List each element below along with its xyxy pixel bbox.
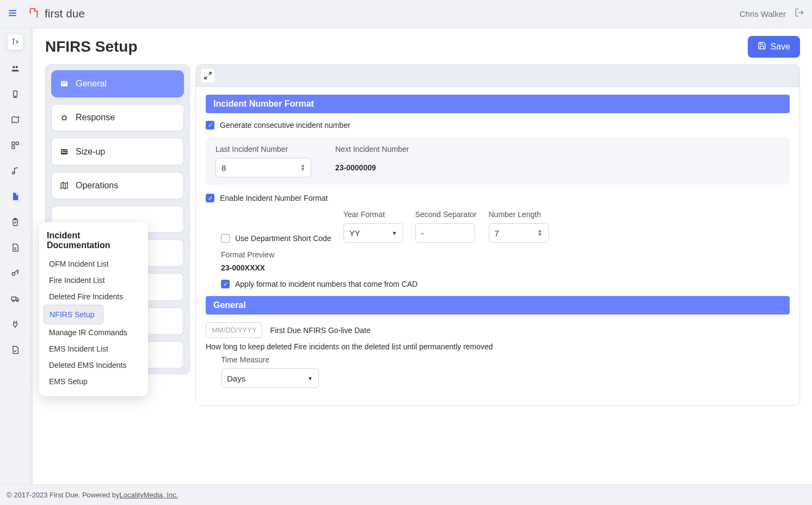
checkbox-gen-consecutive[interactable]: ✓ xyxy=(206,121,214,130)
rail-item-document-active[interactable] xyxy=(11,192,20,204)
input-last-incident[interactable]: 8 ▲▼ xyxy=(216,158,311,177)
section-general: General xyxy=(206,296,790,315)
chevron-down-icon: ▼ xyxy=(392,230,397,236)
svg-rect-26 xyxy=(61,150,63,151)
svg-point-24 xyxy=(63,116,66,120)
svg-point-19 xyxy=(13,300,14,302)
format-grid: ✓ Use Department Short Code Year Format … xyxy=(221,210,790,243)
layout-icon xyxy=(59,147,69,156)
rail-item-clipboard[interactable] xyxy=(11,218,20,229)
svg-rect-9 xyxy=(12,142,15,145)
value-year-format: YY xyxy=(349,229,360,238)
svg-rect-10 xyxy=(16,142,19,145)
label-enable-format: Enable Incident Number Format xyxy=(220,194,328,202)
checkbox-use-dept-short[interactable]: ✓ xyxy=(221,234,230,243)
value-last-incident: 8 xyxy=(222,163,226,173)
section-nav-operations[interactable]: Operations xyxy=(51,172,184,199)
flyout-item-ems-setup[interactable]: EMS Setup xyxy=(44,373,144,390)
svg-rect-23 xyxy=(64,82,66,83)
side-rail xyxy=(0,28,30,484)
topbar: first due Chris Walker xyxy=(0,0,812,28)
footer-copyright: © 2017-2023 First Due. Powered by xyxy=(7,491,120,499)
save-button[interactable]: Save xyxy=(748,36,800,58)
rail-item-users[interactable] xyxy=(11,64,20,76)
flyout-menu: Incident Documentation OFM Incident List… xyxy=(39,222,148,396)
input-go-live-date[interactable]: MM/DD/YYYY xyxy=(206,322,262,338)
label-number-length: Number Length xyxy=(489,210,549,219)
svg-point-17 xyxy=(12,273,15,275)
rail-item-filetext[interactable] xyxy=(11,243,20,255)
chevron-down-icon: ▼ xyxy=(307,375,313,381)
rail-item-apps[interactable] xyxy=(11,141,20,152)
svg-rect-25 xyxy=(61,149,67,154)
flyout-item-nfirs-setup[interactable]: NFIRS Setup xyxy=(44,305,103,324)
checkbox-enable-format[interactable]: ✓ xyxy=(206,194,214,202)
svg-rect-28 xyxy=(61,152,66,152)
rail-item-key[interactable] xyxy=(11,269,20,280)
label-next-incident: Next Incident Number xyxy=(335,145,409,153)
stepper-icon[interactable]: ▲▼ xyxy=(538,229,543,237)
section-nav-response[interactable]: Response xyxy=(51,104,184,131)
rail-item-filecheck[interactable] xyxy=(11,346,20,357)
svg-rect-18 xyxy=(11,297,16,300)
label-last-incident: Last Incident Number xyxy=(216,145,288,153)
svg-point-4 xyxy=(13,66,15,68)
brand: first due xyxy=(27,7,85,21)
value-number-length: 7 xyxy=(495,229,499,238)
svg-point-7 xyxy=(15,96,15,96)
flyout-item-deleted-ems[interactable]: Deleted EMS Incidents xyxy=(44,357,144,373)
svg-rect-11 xyxy=(12,146,15,149)
section-nav-sizeup[interactable]: Size-up xyxy=(51,138,184,165)
label-time-measure: Time Measure xyxy=(221,355,790,364)
rail-item-audio[interactable] xyxy=(11,167,20,178)
flyout-item-deleted-fire[interactable]: Deleted Fire Incidents xyxy=(44,288,144,305)
flyout-item-ofm[interactable]: OFM Incident List xyxy=(44,256,144,272)
label-second-sep: Second Separator xyxy=(415,210,477,219)
save-button-label: Save xyxy=(771,42,790,52)
rail-item-map[interactable] xyxy=(11,115,20,127)
brand-logo-icon xyxy=(27,7,39,21)
checkbox-apply-cad[interactable]: ✓ xyxy=(221,280,230,288)
expand-panel-button[interactable] xyxy=(200,68,216,83)
brand-name: first due xyxy=(45,8,85,20)
select-year-format[interactable]: YY ▼ xyxy=(343,223,403,243)
svg-rect-27 xyxy=(64,150,67,151)
svg-point-5 xyxy=(16,66,18,68)
bug-icon xyxy=(59,113,69,122)
incident-number-subcard: Last Incident Number 8 ▲▼ Next Incident … xyxy=(206,137,790,185)
label-year-format: Year Format xyxy=(343,210,403,219)
flyout-title: Incident Documentation xyxy=(47,231,140,250)
label-apply-cad: Apply format to incident numbers that co… xyxy=(235,280,417,288)
rail-item-truck[interactable] xyxy=(11,294,20,306)
section-nav-label: Response xyxy=(76,113,115,122)
page-title: NFIRS Setup xyxy=(45,38,138,56)
general-icon xyxy=(59,79,69,88)
input-second-sep[interactable]: - xyxy=(415,223,475,243)
menu-toggle-icon[interactable] xyxy=(8,7,17,21)
save-icon xyxy=(758,41,766,52)
stepper-icon[interactable]: ▲▼ xyxy=(300,164,305,171)
rail-item-plug[interactable] xyxy=(11,320,20,331)
section-nav-general[interactable]: General xyxy=(51,70,184,97)
label-gen-consecutive: Generate consecutive incident number xyxy=(220,121,350,130)
svg-line-32 xyxy=(208,72,211,75)
map-icon xyxy=(59,181,69,190)
select-number-length[interactable]: 7 ▲▼ xyxy=(489,223,549,243)
footer-link[interactable]: LocalityMedia, Inc. xyxy=(120,491,179,499)
logout-icon[interactable] xyxy=(795,8,804,20)
rail-item-device[interactable] xyxy=(11,90,20,101)
value-format-preview: 23-000XXXX xyxy=(221,263,790,272)
select-time-measure[interactable]: Days ▼ xyxy=(221,368,319,388)
rail-pin-button[interactable] xyxy=(7,34,23,50)
username-label[interactable]: Chris Walker xyxy=(740,9,786,19)
svg-rect-21 xyxy=(61,81,67,86)
flyout-item-ems-list[interactable]: EMS Incident List xyxy=(44,341,144,357)
flyout-item-fire[interactable]: Fire Incident List xyxy=(44,272,144,288)
form-scroll[interactable]: Incident Number Format ✓ Generate consec… xyxy=(196,87,799,405)
section-nav-label: General xyxy=(76,79,107,89)
section-nav-label: Operations xyxy=(76,181,118,190)
label-format-preview: Format Preview xyxy=(221,250,790,259)
svg-marker-29 xyxy=(61,182,67,189)
value-second-sep: - xyxy=(421,229,424,238)
flyout-item-manage-ir[interactable]: Manage IR Commands xyxy=(44,324,144,341)
